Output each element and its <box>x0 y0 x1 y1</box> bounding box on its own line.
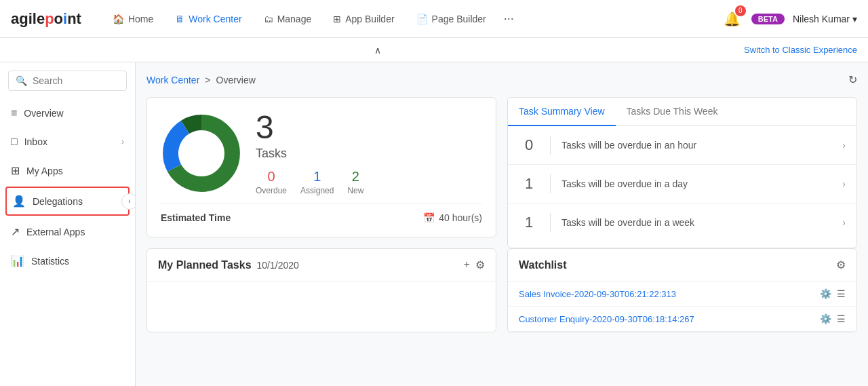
sidebar-item-externalapps[interactable]: ↗ External Apps <box>0 217 135 246</box>
inbox-chevron-icon: › <box>121 137 124 147</box>
tab-tasks-due[interactable]: Tasks Due This Week <box>616 98 729 126</box>
sidebar-collapse-button[interactable]: ‹ <box>121 193 136 210</box>
overview-icon: ≡ <box>11 107 17 119</box>
watchlist-item-0-actions: ⚙️ ☰ <box>820 288 846 299</box>
watchlist-item-0-run-icon[interactable]: ⚙️ <box>820 288 831 299</box>
sidebar-inbox-label: Inbox <box>24 136 47 147</box>
top-nav: agilepoint 🏠 Home 🖥 Work Center 🗂 Manage… <box>0 0 868 38</box>
task-row-text-2: Tasks will be overdue in a week <box>561 217 831 228</box>
nav-workcenter[interactable]: 🖥 Work Center <box>165 8 251 30</box>
calendar-icon: 📅 <box>423 212 435 223</box>
donut-svg <box>161 113 242 194</box>
task-top: 3 Tasks 0 Overdue 1 Assigned <box>161 111 482 195</box>
switch-classic-link[interactable]: Switch to Classic Experience <box>744 45 857 55</box>
nav-appbuilder-label: App Builder <box>345 14 394 24</box>
delegations-icon: 👤 <box>12 195 26 208</box>
add-planned-task-button[interactable]: + <box>464 258 470 271</box>
svg-point-3 <box>182 134 220 172</box>
sidebar: 🔍 ≡ Overview □ Inbox › ⊞ My Apps 👤 Deleg… <box>0 62 136 386</box>
workcenter-icon: 🖥 <box>175 14 184 24</box>
sidebar-item-myapps[interactable]: ⊞ My Apps <box>0 156 135 185</box>
task-row-1[interactable]: 1 Tasks will be overdue in a day › <box>508 165 856 204</box>
notification-badge: 0 <box>735 5 746 16</box>
sidebar-delegations-label: Delegations <box>33 196 83 207</box>
myapps-icon: ⊞ <box>11 164 20 177</box>
sidebar-statistics-label: Statistics <box>31 256 69 267</box>
breadcrumb-separator: > <box>205 75 210 85</box>
task-row-text-0: Tasks will be overdue in an hour <box>561 140 831 151</box>
inbox-icon: □ <box>11 136 18 148</box>
watchlist-actions: ⚙ <box>836 258 846 271</box>
nav-appbuilder[interactable]: ⊞ App Builder <box>323 8 403 30</box>
task-count-label: Tasks <box>256 147 363 161</box>
refresh-button[interactable]: ↻ <box>848 73 857 86</box>
new-stat: 2 New <box>347 169 363 195</box>
sidebar-myapps-label: My Apps <box>26 166 63 176</box>
nav-manage[interactable]: 🗂 Manage <box>254 8 321 30</box>
sub-banner: ∧ Switch to Classic Experience <box>0 38 868 62</box>
planned-tasks-settings-button[interactable]: ⚙ <box>475 258 485 271</box>
task-row-0[interactable]: 0 Tasks will be overdue in an hour › <box>508 126 856 165</box>
collapse-nav-button[interactable]: ∧ <box>374 45 381 56</box>
watchlist-title: Watchlist <box>519 259 567 271</box>
task-stats: 0 Overdue 1 Assigned 2 New <box>256 169 363 195</box>
sidebar-overview-label: Overview <box>24 108 63 119</box>
nav-more-button[interactable]: ··· <box>498 9 519 28</box>
planned-tasks-date: 10/1/2020 <box>257 260 299 271</box>
user-name: Nilesh Kumar <box>793 14 850 24</box>
statistics-icon: 📊 <box>11 254 24 267</box>
nav-pagebuilder[interactable]: 📄 Page Builder <box>407 8 496 30</box>
user-menu-button[interactable]: Nilesh Kumar ▾ <box>793 14 857 24</box>
sidebar-item-delegations[interactable]: 👤 Delegations ‹ <box>5 187 130 216</box>
task-row-divider-2 <box>550 213 551 232</box>
nav-home[interactable]: 🏠 Home <box>103 8 163 30</box>
watchlist-settings-button[interactable]: ⚙ <box>836 258 846 271</box>
logo-dot: p <box>45 10 54 27</box>
assigned-label: Assigned <box>300 186 334 195</box>
nav-home-label: Home <box>128 14 153 24</box>
estimated-value: 📅 40 hour(s) <box>423 212 482 223</box>
task-tabs-card: Task Summary View Tasks Due This Week 0 … <box>507 97 857 248</box>
sidebar-item-overview[interactable]: ≡ Overview <box>0 99 135 128</box>
main-layout: 🔍 ≡ Overview □ Inbox › ⊞ My Apps 👤 Deleg… <box>0 62 868 386</box>
search-icon: 🔍 <box>16 75 27 86</box>
nav-workcenter-label: Work Center <box>189 14 241 24</box>
watchlist-item-1-menu-icon[interactable]: ☰ <box>837 313 846 324</box>
breadcrumb: Work Center > Overview ↻ <box>146 73 857 86</box>
planned-tasks-actions: + ⚙ <box>464 258 485 271</box>
assigned-stat: 1 Assigned <box>300 169 334 195</box>
overview-grid: 3 Tasks 0 Overdue 1 Assigned <box>146 97 857 248</box>
watchlist-link-1[interactable]: Customer Enquiry-2020-09-30T06:18:14:267 <box>519 314 814 324</box>
appbuilder-icon: ⊞ <box>333 14 341 24</box>
bottom-grid: My Planned Tasks 10/1/2020 + ⚙ Watchlist… <box>146 248 857 332</box>
breadcrumb-workcenter[interactable]: Work Center <box>146 75 199 85</box>
sidebar-item-statistics[interactable]: 📊 Statistics <box>0 246 135 275</box>
task-summary-card: 3 Tasks 0 Overdue 1 Assigned <box>146 97 496 237</box>
watchlist-item-1-run-icon[interactable]: ⚙️ <box>820 313 831 324</box>
beta-badge: BETA <box>751 14 785 24</box>
overdue-num: 0 <box>256 169 287 185</box>
pagebuilder-icon: 📄 <box>416 14 428 24</box>
overdue-label: Overdue <box>256 186 287 195</box>
search-box[interactable]: 🔍 <box>8 71 127 91</box>
notification-button[interactable]: 🔔 0 <box>721 8 743 30</box>
externalapps-icon: ↗ <box>11 225 20 238</box>
logo-text: agilepoint <box>11 10 81 28</box>
new-num: 2 <box>347 169 363 185</box>
assigned-num: 1 <box>300 169 334 185</box>
watchlist-link-0[interactable]: Sales Invoice-2020-09-30T06:21:22:313 <box>519 289 814 299</box>
task-row-2[interactable]: 1 Tasks will be overdue in a week › <box>508 204 856 242</box>
watchlist-item-0-menu-icon[interactable]: ☰ <box>837 288 846 299</box>
tab-task-summary[interactable]: Task Summary View <box>508 98 616 126</box>
sidebar-item-inbox[interactable]: □ Inbox › <box>0 128 135 156</box>
overdue-stat: 0 Overdue <box>256 169 287 195</box>
nav-items: 🏠 Home 🖥 Work Center 🗂 Manage ⊞ App Buil… <box>103 8 721 30</box>
watchlist-item-1: Customer Enquiry-2020-09-30T06:18:14:267… <box>508 307 856 332</box>
task-row-chevron-2: › <box>842 217 846 228</box>
estimated-hours: 40 hour(s) <box>439 212 482 223</box>
donut-chart <box>161 113 242 194</box>
planned-tasks-card: My Planned Tasks 10/1/2020 + ⚙ <box>146 248 496 332</box>
sidebar-externalapps-label: External Apps <box>26 227 85 237</box>
search-input[interactable] <box>33 75 119 86</box>
task-row-num-1: 1 <box>519 175 539 193</box>
